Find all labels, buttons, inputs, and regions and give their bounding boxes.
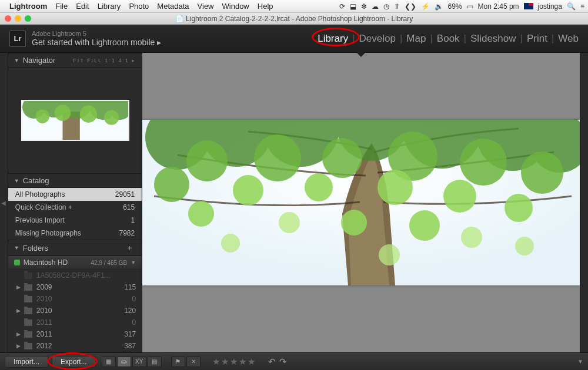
volume-status-icon bbox=[14, 260, 20, 265]
folder-row[interactable]: ▶2010120 bbox=[8, 305, 142, 317]
clock[interactable]: Mon 2:45 pm bbox=[478, 2, 519, 11]
svg-point-28 bbox=[305, 173, 333, 201]
left-panel: ▼ Navigator FIT FILL 1:1 4:1 ▸ bbox=[8, 53, 142, 352]
disclosure-arrow-icon: ▶ bbox=[16, 343, 22, 349]
loupe-view-button[interactable]: ▭ bbox=[117, 356, 131, 367]
folder-label: 2009 bbox=[36, 283, 52, 291]
volume-icon[interactable]: 🔉 bbox=[435, 2, 443, 11]
navigator-thumbnail bbox=[21, 100, 129, 141]
timemachine-icon[interactable]: ◷ bbox=[383, 2, 389, 11]
notifications-icon[interactable]: ≡ bbox=[580, 2, 584, 11]
catalog-previous-import[interactable]: Previous Import1 bbox=[8, 214, 142, 227]
cloud-icon[interactable]: ☁ bbox=[372, 2, 379, 11]
rotate-left-button[interactable]: ↶ bbox=[268, 356, 276, 367]
bluetooth-icon[interactable]: ✻ bbox=[361, 2, 367, 11]
module-book[interactable]: Book bbox=[437, 33, 460, 45]
module-slideshow[interactable]: Slideshow bbox=[470, 33, 516, 45]
toolbar-options-button[interactable]: ▼ bbox=[577, 358, 583, 365]
catalog-header[interactable]: ▼ Catalog bbox=[8, 173, 142, 188]
volume-row[interactable]: Macintosh HD 42.9 / 465 GB ▼ bbox=[8, 256, 142, 270]
navigator-header[interactable]: ▼ Navigator FIT FILL 1:1 4:1 ▸ bbox=[8, 53, 142, 68]
folder-row[interactable]: 20110 bbox=[8, 317, 142, 328]
grid-view-button[interactable]: ▦ bbox=[102, 356, 116, 367]
module-print[interactable]: Print bbox=[527, 33, 547, 45]
catalog-missing-photographs[interactable]: Missing Photographs7982 bbox=[8, 227, 142, 240]
chevron-left-icon: ◀ bbox=[1, 200, 6, 206]
identity-plate[interactable]: Adobe Lightroom 5 Get started with Light… bbox=[32, 30, 161, 48]
folder-label: 1A5058C2-DF9A-4F1... bbox=[36, 271, 111, 280]
code-icon[interactable]: ❮❯ bbox=[405, 2, 416, 11]
bottom-toolbar: Import... Export... ▦ ▭ XY ▤ ⚑ ✕ ★★★★★ ↶… bbox=[0, 352, 588, 370]
navigator-zoom-options[interactable]: FIT FILL 1:1 4:1 ▸ bbox=[73, 58, 136, 63]
username[interactable]: jostinga bbox=[538, 2, 562, 11]
svg-point-39 bbox=[379, 244, 400, 265]
svg-point-24 bbox=[460, 139, 507, 186]
svg-point-20 bbox=[186, 140, 228, 181]
import-button[interactable]: Import... bbox=[5, 356, 48, 368]
menubar-item[interactable]: View bbox=[198, 2, 214, 11]
folder-icon bbox=[24, 319, 32, 326]
menubar-item[interactable]: Edit bbox=[76, 2, 89, 11]
folder-label: 2011 bbox=[36, 318, 52, 327]
folders-header[interactable]: ▼ Folders ＋ bbox=[8, 240, 142, 256]
module-map[interactable]: Map bbox=[406, 33, 426, 45]
close-window-button[interactable] bbox=[5, 15, 11, 22]
folder-label: 2012 bbox=[36, 342, 52, 350]
zoom-window-button[interactable] bbox=[25, 15, 31, 22]
right-panel-collapse[interactable] bbox=[580, 53, 588, 352]
folder-row[interactable]: ▶2009115 bbox=[8, 281, 142, 293]
main-preview-area[interactable] bbox=[142, 53, 580, 352]
menubar-item[interactable]: Metadata bbox=[157, 2, 189, 11]
survey-view-button[interactable]: ▤ bbox=[148, 356, 162, 367]
folder-count: 0 bbox=[132, 318, 136, 327]
wifi-icon[interactable]: ⥣ bbox=[394, 2, 400, 11]
menubar-item[interactable]: File bbox=[55, 2, 68, 11]
module-develop[interactable]: Develop bbox=[359, 33, 396, 45]
folder-label: 2010 bbox=[36, 295, 52, 303]
rating-stars[interactable]: ★★★★★ bbox=[212, 356, 256, 367]
catalog-all-photographs[interactable]: All Photographs29051 bbox=[8, 188, 142, 201]
module-library[interactable]: Library bbox=[318, 33, 348, 44]
svg-point-26 bbox=[154, 167, 189, 202]
volume-name: Macintosh HD bbox=[24, 258, 68, 267]
menubar-item[interactable]: Help bbox=[258, 2, 273, 11]
svg-point-22 bbox=[322, 138, 362, 178]
battery-percent[interactable]: 69% bbox=[448, 2, 462, 11]
folder-row[interactable]: 20100 bbox=[8, 293, 142, 305]
folder-row[interactable]: ▶2012387 bbox=[8, 340, 142, 352]
flag-icon[interactable] bbox=[524, 3, 533, 9]
folder-row[interactable]: ▶2011317 bbox=[8, 328, 142, 340]
svg-point-34 bbox=[341, 210, 367, 236]
window-controls bbox=[0, 15, 35, 22]
rotate-tools: ↶ ↷ bbox=[268, 356, 287, 367]
svg-point-30 bbox=[443, 180, 476, 213]
catalog-quick-collection[interactable]: Quick Collection +615 bbox=[8, 201, 142, 214]
export-button[interactable]: Export... bbox=[52, 356, 96, 368]
rotate-right-button[interactable]: ↷ bbox=[279, 356, 287, 367]
menubar-item[interactable]: Window bbox=[222, 2, 249, 11]
minimize-window-button[interactable] bbox=[15, 15, 21, 22]
add-folder-button[interactable]: ＋ bbox=[123, 243, 136, 253]
menubar-item[interactable]: Library bbox=[98, 2, 121, 11]
battery-icon[interactable]: ▭ bbox=[467, 2, 473, 11]
flag-reject-button[interactable]: ✕ bbox=[186, 356, 201, 367]
folder-icon bbox=[24, 331, 32, 338]
dropbox-icon[interactable]: ⬓ bbox=[350, 2, 356, 11]
menubar-app[interactable]: Lightroom bbox=[9, 2, 47, 11]
sync-icon[interactable]: ⟳ bbox=[339, 2, 345, 11]
left-panel-collapse[interactable]: ◀ bbox=[0, 53, 8, 352]
navigator-preview[interactable] bbox=[8, 68, 142, 173]
disclosure-arrow-icon: ▶ bbox=[16, 331, 22, 337]
folders-title: Folders bbox=[23, 244, 48, 253]
window-titlebar: 📄 Lightroom 2 Catalog-2-2-2-2.lrcat - Ad… bbox=[0, 13, 588, 25]
spotlight-icon[interactable]: 🔍 bbox=[567, 2, 576, 11]
compare-view-button[interactable]: XY bbox=[132, 356, 146, 367]
menubar-item[interactable]: Photo bbox=[129, 2, 149, 11]
top-panel-collapse-icon[interactable] bbox=[356, 52, 366, 57]
flag-pick-button[interactable]: ⚑ bbox=[171, 356, 185, 367]
display-icon[interactable]: ⚡ bbox=[421, 2, 430, 11]
svg-point-7 bbox=[35, 109, 49, 123]
folder-row[interactable]: 1A5058C2-DF9A-4F1... bbox=[8, 270, 142, 281]
module-web[interactable]: Web bbox=[558, 33, 579, 45]
svg-point-10 bbox=[103, 110, 118, 125]
